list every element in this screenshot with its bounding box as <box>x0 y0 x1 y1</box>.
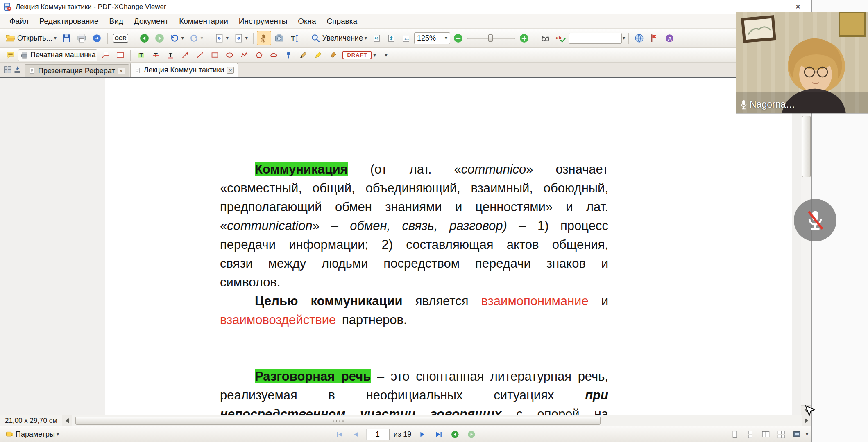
hand-tool-button[interactable] <box>257 31 271 45</box>
options-icon <box>5 430 14 439</box>
redo-button[interactable]: ▾ <box>187 31 205 45</box>
pencil-tool-button[interactable] <box>296 49 310 61</box>
continuous-page-button[interactable] <box>743 427 757 442</box>
save-button[interactable] <box>59 31 74 45</box>
zoom-menu-button[interactable]: Увеличение ▾ <box>308 31 369 45</box>
scroll-down-button[interactable] <box>801 405 811 415</box>
text-run: » – <box>313 219 350 233</box>
snapshot-camera-icon <box>274 33 284 43</box>
select-text-button[interactable]: T <box>287 31 301 45</box>
scroll-right-button[interactable] <box>802 415 811 426</box>
arrow-tool-button[interactable] <box>178 49 192 61</box>
arrange-tabs-icon[interactable] <box>13 65 22 74</box>
page-number-input[interactable] <box>366 429 390 440</box>
text-box-button[interactable] <box>113 49 127 61</box>
menu-document[interactable]: Документ <box>129 15 174 28</box>
last-page-button[interactable] <box>432 427 446 442</box>
tab-close-icon[interactable]: × <box>118 68 125 74</box>
search-input[interactable] <box>569 33 622 44</box>
minimize-button[interactable] <box>730 0 757 14</box>
stamp-tool-button[interactable]: DRAFT ▾ <box>340 49 378 61</box>
tab-lekcia-kommun-taktiki[interactable]: Лекция Коммун тактики × <box>130 63 238 77</box>
menu-comments[interactable]: Комментарии <box>174 15 233 28</box>
zoom-out-button[interactable] <box>451 31 465 45</box>
zoom-slider[interactable] <box>467 34 515 43</box>
microphone-muted-button[interactable] <box>794 199 836 241</box>
text-callout-button[interactable] <box>98 49 112 61</box>
caret-down-icon: ▾ <box>365 36 367 41</box>
actual-size-button[interactable]: 1:1 <box>399 31 413 45</box>
fit-page-button[interactable] <box>370 31 384 45</box>
tab-close-icon[interactable]: × <box>227 67 234 74</box>
open-button[interactable]: Открыть... ▾ <box>3 31 59 45</box>
layout-overflow-icon[interactable]: ▾ <box>806 432 808 437</box>
menu-help[interactable]: Справка <box>321 15 363 28</box>
highlight-text-button[interactable]: T <box>134 49 148 61</box>
accessibility-button[interactable]: A <box>662 31 677 45</box>
single-page-button[interactable] <box>728 427 742 442</box>
polyline-tool-button[interactable] <box>237 49 251 61</box>
horizontal-scroll-track[interactable] <box>72 415 802 426</box>
undo-button[interactable]: ▾ <box>168 31 186 45</box>
loupe-button[interactable] <box>538 31 553 45</box>
menu-tools[interactable]: Инструменты <box>233 15 292 28</box>
two-pages-button[interactable] <box>759 427 773 442</box>
tab-presentation-referat[interactable]: Презентация Реферат × <box>25 64 129 77</box>
ocr-button[interactable]: OCR <box>111 31 130 45</box>
fit-width-button[interactable] <box>385 31 399 45</box>
rectangle-tool-button[interactable] <box>208 49 222 61</box>
scroll-left-button[interactable] <box>62 415 72 426</box>
polygon-tool-icon <box>255 51 263 59</box>
horizontal-scroll-row: 21,00 x 29,70 см <box>0 415 811 426</box>
draft-stamp-icon: DRAFT <box>342 51 372 59</box>
toolbar-overflow-icon[interactable]: ▾ <box>385 53 387 58</box>
go-back-button[interactable] <box>137 31 152 45</box>
previous-view-button[interactable]: ▾ <box>212 31 231 45</box>
flag-button[interactable] <box>647 31 662 45</box>
next-page-button[interactable] <box>415 427 429 442</box>
line-tool-button[interactable] <box>193 49 207 61</box>
go-forward-button[interactable] <box>152 31 167 45</box>
spell-check-button[interactable]: ab <box>553 31 568 45</box>
strikeout-text-button[interactable]: T <box>149 49 163 61</box>
history-forward-button[interactable] <box>465 427 478 442</box>
menu-file[interactable]: Файл <box>4 15 34 28</box>
cloud-tool-button[interactable] <box>267 49 281 61</box>
two-pages-continuous-button[interactable] <box>775 427 789 442</box>
previous-page-button[interactable] <box>349 427 363 442</box>
vertical-scrollbar[interactable] <box>801 78 811 415</box>
menu-view[interactable]: Вид <box>104 15 128 28</box>
layout-mode-buttons: ▾ <box>728 427 808 442</box>
thumbnails-panel-icon[interactable] <box>3 65 12 74</box>
history-back-button[interactable] <box>448 427 462 442</box>
pin-tool-button[interactable] <box>281 49 295 61</box>
sticky-note-button[interactable] <box>3 49 17 61</box>
first-page-button[interactable] <box>333 427 347 442</box>
menu-windows[interactable]: Окна <box>292 15 321 28</box>
underline-text-button[interactable]: T <box>163 49 177 61</box>
restore-button[interactable] <box>757 0 784 14</box>
typewriter-tool-button[interactable]: Печатная машинка <box>18 49 97 61</box>
export-button[interactable] <box>90 31 104 45</box>
brush-tool-button[interactable] <box>326 49 340 61</box>
options-button[interactable]: Параметры ▾ <box>3 427 61 442</box>
zoom-in-button[interactable] <box>517 31 531 45</box>
zoom-slider-thumb[interactable] <box>488 34 493 42</box>
horizontal-scroll-thumb[interactable] <box>75 417 601 425</box>
ellipse-tool-button[interactable] <box>222 49 236 61</box>
two-pages-icon <box>761 430 770 439</box>
web-link-button[interactable] <box>632 31 646 45</box>
svg-text:A: A <box>668 35 672 41</box>
vertical-scroll-thumb[interactable] <box>802 116 811 177</box>
zoom-level-combo[interactable]: 125% ▾ <box>414 32 450 44</box>
continuous-page-icon <box>746 430 755 439</box>
polygon-tool-button[interactable] <box>252 49 266 61</box>
tab-label: Презентация Реферат <box>38 67 115 75</box>
highlighter-pen-button[interactable] <box>311 49 325 61</box>
next-view-button[interactable]: ▾ <box>231 31 250 45</box>
snapshot-button[interactable] <box>272 31 286 45</box>
close-button[interactable]: ✕ <box>784 0 811 14</box>
print-button[interactable] <box>75 31 89 45</box>
menu-edit[interactable]: Редактирование <box>34 15 104 28</box>
full-screen-button[interactable] <box>790 427 804 442</box>
